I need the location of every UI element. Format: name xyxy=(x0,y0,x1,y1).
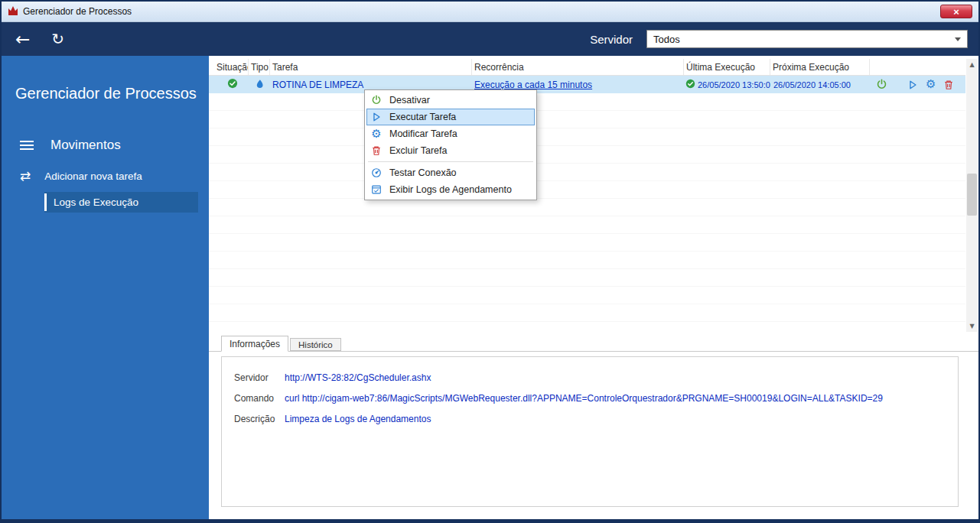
table-header: Situação Tipo Tarefa Recorrência Última … xyxy=(209,59,965,76)
column-header-proxima-execucao[interactable]: Próxima Execução xyxy=(770,59,870,75)
server-select[interactable]: Todos xyxy=(646,30,968,48)
field-descricao: Descrição Limpeza de Logs de Agendamento… xyxy=(234,414,958,424)
power-icon xyxy=(370,95,383,106)
close-button[interactable]: × xyxy=(940,5,972,18)
details-panel: Informações Histórico Servidor http://WT… xyxy=(209,335,978,519)
server-label: Servidor xyxy=(590,33,633,46)
chevron-down-icon xyxy=(955,37,961,41)
status-cell xyxy=(209,78,249,91)
column-header-recorrencia[interactable]: Recorrência xyxy=(472,59,684,75)
window-body: Gerenciador de Processos Movimentos ⇄ Ad… xyxy=(2,56,978,519)
menu-item-excluir-tarefa[interactable]: Excluir Tarefa xyxy=(366,142,535,159)
menu-item-desativar[interactable]: Desativar xyxy=(366,92,535,109)
type-cell xyxy=(249,79,270,91)
check-circle-icon xyxy=(685,79,695,90)
play-icon xyxy=(370,112,383,122)
vertical-scrollbar[interactable]: ▲ ▼ xyxy=(966,59,978,332)
field-label: Comando xyxy=(234,393,285,404)
menu-item-exibir-logs-de-agendamento[interactable]: Exibir Logs de Agendamento xyxy=(366,181,535,198)
column-header-situacao[interactable]: Situação xyxy=(209,59,249,75)
sidebar-item-label: Movimentos xyxy=(50,138,121,153)
column-header-actions xyxy=(870,59,965,75)
sidebar-item-label: Adicionar nova tarefa xyxy=(44,171,142,182)
window-title: Gerenciador de Processos xyxy=(23,6,132,17)
top-navbar: ← ↻ Servidor Todos xyxy=(2,22,978,56)
main-content: Situação Tipo Tarefa Recorrência Última … xyxy=(209,56,978,519)
column-header-tarefa[interactable]: Tarefa xyxy=(270,59,472,75)
menu-item-executar-tarefa[interactable]: Executar Tarefa xyxy=(366,109,535,125)
trash-icon xyxy=(370,145,383,156)
scroll-down-arrow-icon[interactable]: ▼ xyxy=(966,320,978,332)
gear-icon[interactable]: ⚙ xyxy=(926,79,936,90)
app-window: Gerenciador de Processos × ← ↻ Servidor … xyxy=(0,0,980,523)
recurrence-cell: Execução a cada 15 minutos xyxy=(472,80,684,90)
field-label: Descrição xyxy=(234,414,285,424)
hamburger-icon xyxy=(20,145,34,146)
menu-item-testar-conexao[interactable]: Testar Conexão xyxy=(366,164,535,181)
close-icon: × xyxy=(953,6,959,18)
info-groupbox: Servidor http://WTS-28:82/CgScheduler.as… xyxy=(221,356,959,507)
refresh-button[interactable]: ↻ xyxy=(51,30,64,48)
server-select-value: Todos xyxy=(653,34,680,45)
sidebar-item-logs-de-execucao[interactable]: Logs de Execução xyxy=(44,192,198,213)
tab-strip: Informações Histórico xyxy=(209,335,978,352)
table-row[interactable]: ROTINA DE LIMPEZA Execução a cada 15 min… xyxy=(209,76,965,93)
gear-icon: ⚙ xyxy=(370,128,383,140)
drop-icon xyxy=(255,79,265,91)
field-label: Servidor xyxy=(234,372,285,383)
row-actions-cell: ⚙ xyxy=(870,79,965,90)
servidor-value: http://WTS-28:82/CgScheduler.ashx xyxy=(285,372,431,383)
scrollbar-thumb[interactable] xyxy=(967,174,977,216)
sidebar-title: Gerenciador de Processos xyxy=(2,56,209,102)
sidebar-item-label: Logs de Execução xyxy=(54,197,138,208)
app-logo-icon xyxy=(8,5,18,18)
column-header-ultima-execucao[interactable]: Última Execução xyxy=(684,59,770,75)
sidebar-item-adicionar-nova-tarefa[interactable]: ⇄ Adicionar nova tarefa xyxy=(20,170,209,183)
check-circle-icon xyxy=(227,78,238,91)
power-icon[interactable] xyxy=(876,79,887,90)
last-execution-cell: 26/05/2020 13:50:00 xyxy=(684,79,770,90)
field-comando: Comando curl http://cigam-web7:86/MagicS… xyxy=(234,393,958,404)
tab-historico[interactable]: Histórico xyxy=(290,338,341,351)
task-name-cell: ROTINA DE LIMPEZA xyxy=(270,80,472,90)
menu-item-modificar-tarefa[interactable]: ⚙ Modificar Tarefa xyxy=(366,125,535,142)
test-connection-icon xyxy=(370,167,383,178)
play-icon[interactable] xyxy=(907,80,918,90)
scroll-up-arrow-icon[interactable]: ▲ xyxy=(966,59,978,70)
empty-grid-rows xyxy=(209,93,965,332)
sidebar-item-movimentos[interactable]: Movimentos xyxy=(20,138,209,153)
descricao-value: Limpeza de Logs de Agendamentos xyxy=(285,414,431,424)
swap-arrows-icon: ⇄ xyxy=(20,170,31,183)
back-button[interactable]: ← xyxy=(15,29,30,49)
tab-informacoes[interactable]: Informações xyxy=(221,336,288,352)
trash-icon[interactable] xyxy=(943,80,954,90)
column-header-tipo[interactable]: Tipo xyxy=(249,59,270,75)
context-menu: Desativar Executar Tarefa ⚙ Modificar Ta… xyxy=(364,89,537,200)
sidebar: Gerenciador de Processos Movimentos ⇄ Ad… xyxy=(2,56,209,519)
menu-separator xyxy=(368,161,533,162)
titlebar: Gerenciador de Processos × xyxy=(2,2,978,22)
field-servidor: Servidor http://WTS-28:82/CgScheduler.as… xyxy=(234,372,958,383)
next-execution-cell: 26/05/2020 14:05:00 xyxy=(770,80,870,89)
schedule-logs-icon xyxy=(370,184,383,195)
comando-value: curl http://cigam-web7:86/MagicScripts/M… xyxy=(285,393,883,404)
